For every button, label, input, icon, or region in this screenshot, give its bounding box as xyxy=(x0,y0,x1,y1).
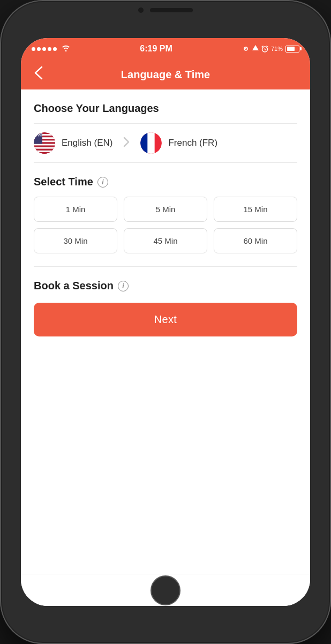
book-header: Book a Session i xyxy=(34,280,297,292)
us-flag-icon xyxy=(34,132,55,154)
signal-dot-3 xyxy=(42,47,46,51)
battery-fill xyxy=(287,47,295,51)
wifi-icon xyxy=(62,44,70,53)
languages-section: Choose Your Languages xyxy=(21,89,310,115)
status-right: 71% xyxy=(242,45,299,53)
svg-rect-5 xyxy=(34,132,55,134)
signal-dot-4 xyxy=(48,47,51,51)
svg-rect-17 xyxy=(34,152,55,154)
svg-point-26 xyxy=(39,134,40,135)
battery-bar xyxy=(285,46,299,53)
page-title: Language & Time xyxy=(121,69,210,81)
svg-point-32 xyxy=(41,136,42,137)
time-15min[interactable]: 15 Min xyxy=(214,197,297,222)
svg-point-19 xyxy=(34,133,35,134)
language-arrow-icon xyxy=(123,137,130,150)
language-row[interactable]: English (EN) xyxy=(21,124,310,162)
svg-point-25 xyxy=(37,134,38,135)
svg-rect-15 xyxy=(34,149,55,151)
phone-notch xyxy=(138,8,193,13)
svg-rect-18 xyxy=(34,132,42,144)
source-language-name: English (EN) xyxy=(62,138,112,148)
status-time: 6:19 PM xyxy=(140,44,172,54)
battery-percent: 71% xyxy=(271,46,283,52)
status-bar: 6:19 PM 71% xyxy=(21,38,310,59)
svg-point-1 xyxy=(245,48,246,49)
time-info-icon[interactable]: i xyxy=(97,177,108,188)
svg-rect-16 xyxy=(34,151,55,152)
nav-bar: Language & Time xyxy=(21,59,310,89)
svg-rect-14 xyxy=(34,147,55,149)
time-options-grid: 1 Min 5 Min 15 Min 30 Min 45 Min 60 Min xyxy=(34,197,297,253)
svg-rect-12 xyxy=(34,144,55,146)
time-title: Select Time xyxy=(34,176,93,188)
battery-icon xyxy=(285,46,299,53)
svg-rect-6 xyxy=(34,134,55,136)
time-30min[interactable]: 30 Min xyxy=(34,228,117,253)
signal-dots xyxy=(32,47,57,51)
svg-point-24 xyxy=(35,134,36,135)
camera xyxy=(138,8,144,13)
svg-point-23 xyxy=(41,133,42,134)
svg-rect-36 xyxy=(140,132,147,154)
book-title: Book a Session xyxy=(34,280,114,292)
time-header: Select Time i xyxy=(34,176,297,188)
signal-dot-1 xyxy=(32,47,35,51)
svg-point-31 xyxy=(40,136,41,137)
speaker xyxy=(150,8,193,12)
time-45min[interactable]: 45 Min xyxy=(124,228,207,253)
svg-point-29 xyxy=(36,136,37,137)
location-icon xyxy=(242,45,250,53)
svg-point-21 xyxy=(38,133,39,134)
book-info-icon[interactable]: i xyxy=(118,281,129,291)
target-language-name: French (FR) xyxy=(168,138,217,148)
next-button[interactable]: Next xyxy=(34,303,297,336)
phone-frame: 6:19 PM 71% xyxy=(0,0,331,644)
time-60min[interactable]: 60 Min xyxy=(214,228,297,253)
time-5min[interactable]: 5 Min xyxy=(124,197,207,222)
svg-point-30 xyxy=(38,136,39,137)
home-area xyxy=(21,574,310,606)
signal-dot-5 xyxy=(53,47,57,51)
time-1min[interactable]: 1 Min xyxy=(34,197,117,222)
languages-title: Choose Your Languages xyxy=(34,102,297,115)
svg-point-22 xyxy=(40,133,41,134)
time-section: Select Time i 1 Min 5 Min 15 Min 30 Min … xyxy=(21,163,310,253)
status-left xyxy=(32,44,70,53)
signal-dot-2 xyxy=(37,47,41,51)
fr-flag-icon xyxy=(140,132,162,154)
alarm-icon xyxy=(261,46,268,53)
phone-screen: 6:19 PM 71% xyxy=(21,38,310,606)
book-session-section: Book a Session i xyxy=(21,267,310,292)
svg-point-20 xyxy=(36,133,37,134)
home-button[interactable] xyxy=(151,575,180,605)
svg-rect-13 xyxy=(34,146,55,147)
navigation-icon xyxy=(252,45,259,53)
main-content: Choose Your Languages xyxy=(21,89,310,574)
svg-point-28 xyxy=(34,136,35,137)
svg-point-27 xyxy=(41,134,42,135)
back-button[interactable] xyxy=(32,63,46,86)
next-button-container: Next xyxy=(21,303,310,336)
